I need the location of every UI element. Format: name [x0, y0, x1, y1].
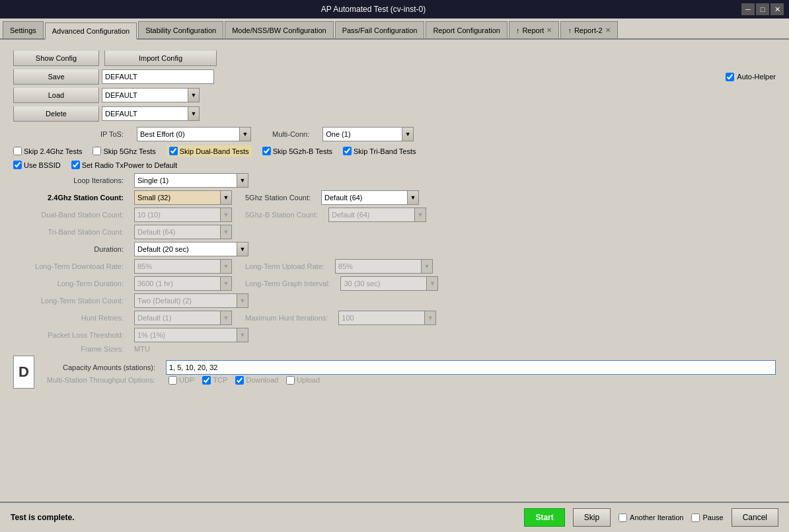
delete-button[interactable]: Delete: [13, 106, 99, 122]
duration-value: Default (20 sec): [134, 242, 237, 256]
lt-upload-dropdown: ▼: [421, 259, 433, 274]
tab-mode-nss-bw[interactable]: Mode/NSS/BW Configuration: [225, 21, 333, 38]
lt-station-dropdown: ▼: [237, 293, 248, 308]
loop-iterations-value: Single (1): [134, 173, 237, 188]
close-button[interactable]: ✕: [770, 3, 784, 15]
ms-upload-checkbox[interactable]: [286, 376, 295, 385]
hunt-retries-label: Hunt Retries:: [13, 314, 129, 322]
ms-udp-checkbox[interactable]: [169, 376, 177, 385]
capacity-label: Capacity Amounts (stations):: [45, 363, 161, 371]
ms-udp-label: UDP: [179, 376, 194, 384]
delete-value-display: DEFAULT: [102, 106, 188, 121]
cancel-button[interactable]: Cancel: [732, 508, 778, 527]
skip-5ghz-label: Skip 5Ghz Tests: [103, 147, 155, 155]
tab-pass-fail[interactable]: Pass/Fail Configuration: [335, 21, 425, 38]
load-value-display: DEFAULT: [102, 88, 188, 102]
lt-duration-dropdown: ▼: [220, 276, 232, 291]
hunt-retries-value: Default (1): [134, 311, 220, 325]
multi-conn-label: Multi-Conn:: [272, 130, 315, 138]
tab-report2[interactable]: ↑ Report-2 ✕: [560, 21, 617, 38]
ms-upload-label: Upload: [297, 376, 320, 384]
d-box: D: [13, 356, 34, 389]
max-hunt-label: Maximum Hunt Iterations:: [245, 314, 333, 322]
skip-24ghz-checkbox[interactable]: [13, 147, 22, 155]
skip-5ghzb-label: Skip 5Gzh-B Tests: [273, 147, 332, 155]
window-title: AP Automated Test (cv-inst-0): [5, 5, 741, 14]
max-hunt-value: 100: [338, 311, 424, 325]
frame-sizes-value: MTU: [134, 345, 150, 353]
set-radio-txpower-label: Set Radio TxPower to Default: [82, 161, 178, 169]
dual-band-value: 10 (10): [134, 208, 220, 222]
save-button[interactable]: Save: [13, 69, 99, 85]
tab-report-configuration[interactable]: Report Configuration: [426, 21, 507, 38]
delete-dropdown-button[interactable]: ▼: [188, 106, 200, 121]
minimize-button[interactable]: ─: [741, 3, 755, 15]
lt-upload-value: 85%: [335, 259, 421, 274]
skip-5ghz-checkbox[interactable]: [93, 147, 101, 155]
skip-5ghzb-item: Skip 5Gzh-B Tests: [262, 147, 332, 155]
capacity-amounts-input[interactable]: [166, 360, 776, 375]
ip-tos-dropdown[interactable]: ▼: [239, 127, 251, 141]
load-dropdown-button[interactable]: ▼: [188, 88, 200, 102]
use-bssid-checkbox[interactable]: [13, 161, 22, 169]
save-value-input[interactable]: [102, 69, 214, 84]
lt-duration-label: Long-Term Duration:: [13, 280, 129, 287]
skip-dual-band-item: Skip Dual-Band Tests: [167, 145, 252, 157]
dual-band-dropdown: ▼: [220, 208, 232, 222]
skip-24ghz-label: Skip 2.4Ghz Tests: [24, 147, 82, 155]
status-text: Test is complete.: [11, 513, 516, 522]
close-report2-icon[interactable]: ✕: [605, 26, 611, 34]
show-config-button[interactable]: Show Config: [13, 50, 99, 66]
tab-settings[interactable]: Settings: [3, 21, 44, 38]
set-radio-txpower-checkbox[interactable]: [71, 161, 80, 169]
start-button[interactable]: Start: [524, 508, 564, 527]
another-iteration-checkbox[interactable]: [619, 513, 627, 522]
use-bssid-label: Use BSSID: [24, 161, 61, 169]
close-report1-icon[interactable]: ✕: [546, 26, 552, 34]
skip-5ghzb-checkbox[interactable]: [262, 147, 271, 155]
dual-band-label: Dual-Band Station Count:: [13, 211, 129, 219]
title-bar: AP Automated Test (cv-inst-0) ─ □ ✕: [0, 0, 789, 19]
hunt-retries-dropdown: ▼: [220, 311, 232, 325]
pause-item: Pause: [691, 513, 723, 522]
duration-dropdown[interactable]: ▼: [237, 242, 248, 256]
frame-sizes-label: Frame Sizes:: [13, 345, 129, 353]
multi-conn-dropdown[interactable]: ▼: [402, 127, 414, 141]
station5-dropdown[interactable]: ▼: [407, 190, 419, 205]
import-config-button[interactable]: Import Config: [104, 50, 217, 66]
tab-stability-configuration[interactable]: Stability Configuration: [138, 21, 223, 38]
lt-download-label: Long-Term Download Rate:: [13, 262, 129, 270]
ms-download-checkbox[interactable]: [235, 376, 244, 385]
pause-checkbox[interactable]: [691, 513, 700, 522]
loop-iterations-dropdown[interactable]: ▼: [237, 173, 248, 188]
skip-dual-band-checkbox[interactable]: [169, 147, 178, 155]
station24-label: 2.4Ghz Station Count:: [13, 194, 129, 202]
lt-download-dropdown: ▼: [220, 259, 232, 274]
lt-graph-label: Long-Term Graph Interval:: [245, 280, 335, 287]
tab-advanced-configuration[interactable]: Advanced Configuration: [45, 22, 137, 40]
station5b-dropdown: ▼: [414, 208, 426, 222]
station24-dropdown[interactable]: ▼: [220, 190, 232, 205]
packet-loss-dropdown: ▼: [237, 328, 248, 342]
lt-download-value: 85%: [134, 259, 220, 274]
ms-udp-item: UDP: [169, 376, 194, 385]
auto-helper-checkbox[interactable]: [726, 73, 734, 81]
duration-label: Duration:: [13, 245, 129, 253]
lt-graph-value: 30 (30 sec): [340, 276, 426, 291]
station24-value: Small (32): [134, 190, 220, 205]
tab-report1[interactable]: ↑ Report ✕: [509, 21, 560, 38]
lt-station-label: Long-Term Station Count:: [13, 297, 129, 305]
ms-tcp-checkbox[interactable]: [202, 376, 211, 385]
skip-tri-band-item: Skip Tri-Band Tests: [343, 147, 416, 155]
skip-tri-band-label: Skip Tri-Band Tests: [354, 147, 416, 155]
station5-label: 5Ghz Station Count:: [245, 194, 316, 202]
maximize-button[interactable]: □: [756, 3, 769, 15]
auto-helper-label: Auto-Helper: [737, 73, 776, 81]
ms-tcp-item: TCP: [202, 376, 227, 385]
skip-button[interactable]: Skip: [573, 508, 611, 527]
ms-download-label: Download: [246, 376, 278, 384]
load-button[interactable]: Load: [13, 87, 99, 103]
use-bssid-item: Use BSSID: [13, 161, 61, 169]
skip-tri-band-checkbox[interactable]: [343, 147, 352, 155]
loop-iterations-label: Loop Iterations:: [13, 176, 129, 184]
